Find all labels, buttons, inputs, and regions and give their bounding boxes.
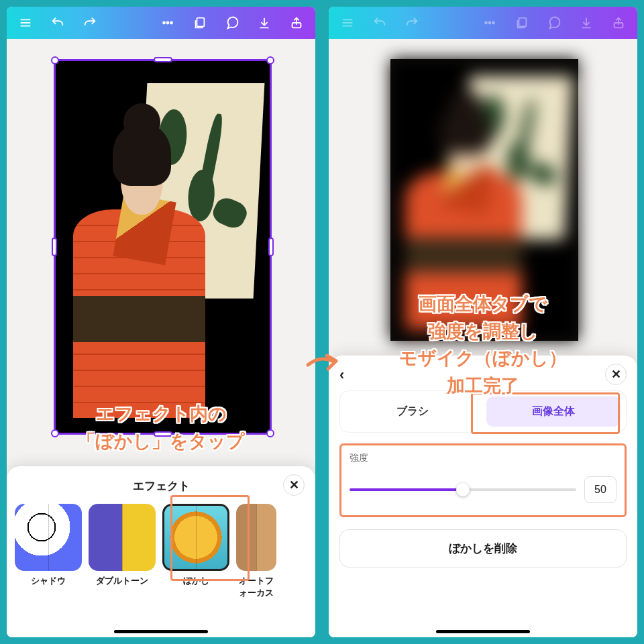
effect-thumb <box>89 504 156 571</box>
share-icon[interactable] <box>282 8 311 38</box>
close-button[interactable]: ✕ <box>283 474 305 496</box>
menu-icon[interactable] <box>333 8 362 38</box>
undo-icon[interactable] <box>43 8 72 38</box>
svg-point-1 <box>167 22 169 24</box>
image-content <box>56 61 270 433</box>
effects-sheet: エフェクト ✕ シャドウ ダブルトーン ぼかし オートフォーカ <box>7 466 315 637</box>
share-icon[interactable] <box>604 8 633 38</box>
resize-handle[interactable] <box>52 237 57 256</box>
close-button[interactable]: ✕ <box>605 364 627 385</box>
svg-point-5 <box>485 22 487 24</box>
effect-label: オートフォーカス <box>236 575 276 599</box>
svg-rect-8 <box>519 18 526 27</box>
menu-icon[interactable] <box>11 8 40 38</box>
svg-rect-3 <box>197 18 204 27</box>
selected-image[interactable] <box>54 59 272 435</box>
arrow-right-icon <box>305 349 339 378</box>
more-icon[interactable] <box>153 8 182 38</box>
resize-handle[interactable] <box>51 56 59 64</box>
comment-icon[interactable] <box>539 8 569 38</box>
resize-handle[interactable] <box>154 57 172 62</box>
download-icon[interactable] <box>250 8 279 38</box>
download-icon[interactable] <box>572 8 601 38</box>
pages-icon[interactable] <box>507 8 537 38</box>
effect-blur[interactable]: ぼかし <box>162 504 229 599</box>
svg-point-7 <box>492 22 494 24</box>
screenshot-left: エフェクト内の「ぼかし」をタップ エフェクト ✕ シャドウ ダブルトーン ぼかし <box>7 7 315 637</box>
effect-label: シャドウ <box>15 575 82 587</box>
svg-point-2 <box>170 22 172 24</box>
annotation-text: エフェクト内の「ぼかし」をタップ <box>77 400 245 455</box>
redo-icon[interactable] <box>397 8 427 38</box>
resize-handle[interactable] <box>268 237 274 256</box>
effect-label: ダブルトーン <box>89 575 156 587</box>
effect-thumb <box>15 504 82 571</box>
tab-whole-image[interactable]: 画像全体 <box>486 396 621 427</box>
canvas[interactable] <box>7 39 315 462</box>
effects-row: シャドウ ダブルトーン ぼかし オートフォーカス <box>13 501 309 599</box>
toolbar <box>7 7 315 39</box>
svg-point-0 <box>163 22 165 24</box>
effect-thumb <box>162 504 229 571</box>
more-icon[interactable] <box>475 8 504 38</box>
intensity-slider[interactable] <box>350 488 576 491</box>
screenshot-right: 画面全体タブで強度を調整しモザイク（ぼかし）加工完了 ‹ ✕ ブラシ 画像全体 … <box>329 7 637 637</box>
pages-icon[interactable] <box>185 8 215 38</box>
effect-thumb <box>236 504 276 571</box>
home-indicator <box>114 630 208 633</box>
sheet-title: エフェクト <box>133 478 190 494</box>
svg-point-6 <box>489 22 491 24</box>
tab-brush[interactable]: ブラシ <box>345 396 480 427</box>
effect-label: ぼかし <box>162 575 229 587</box>
intensity-control: 強度 50 <box>339 443 627 517</box>
remove-blur-button[interactable]: ぼかしを削除 <box>339 529 627 568</box>
home-indicator <box>436 630 530 633</box>
annotation-text: 画面全体タブで強度を調整しモザイク（ぼかし）加工完了 <box>399 290 567 399</box>
redo-icon[interactable] <box>75 8 105 38</box>
effect-autofocus[interactable]: オートフォーカス <box>236 504 276 599</box>
undo-icon[interactable] <box>365 8 394 38</box>
effect-shadow[interactable]: シャドウ <box>15 504 82 599</box>
resize-handle[interactable] <box>266 429 274 437</box>
intensity-value[interactable]: 50 <box>584 476 616 503</box>
resize-handle[interactable] <box>266 56 274 64</box>
comment-icon[interactable] <box>217 8 247 38</box>
toolbar <box>329 7 637 39</box>
slider-label: 強度 <box>350 452 616 464</box>
back-button[interactable]: ‹ <box>339 366 344 384</box>
effect-duotone[interactable]: ダブルトーン <box>89 504 156 599</box>
resize-handle[interactable] <box>51 429 59 437</box>
